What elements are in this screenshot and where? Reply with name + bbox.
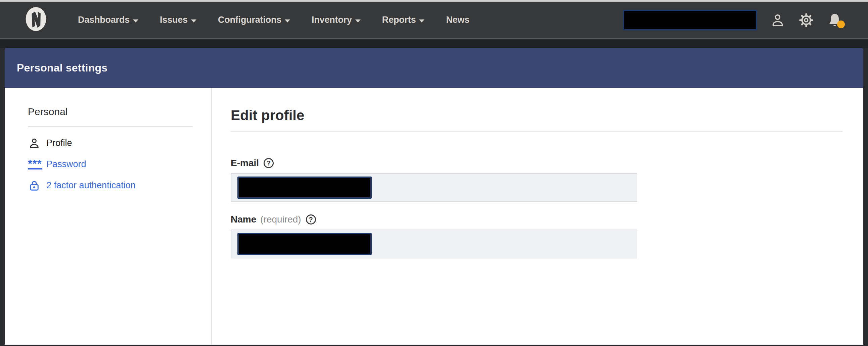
logo-n-icon: [25, 6, 47, 34]
email-label: E-mail: [231, 158, 259, 168]
sidebar-item-profile[interactable]: Profile: [28, 132, 211, 154]
caret-down-icon: [355, 20, 361, 23]
sidebar-divider: [28, 127, 193, 127]
sidebar-item-label: Password: [46, 159, 86, 169]
nav-search-redacted-field[interactable]: [623, 10, 757, 31]
main-menu: Dashboards Issues Configurations Invento…: [78, 15, 469, 25]
content-area: Personal Profile *** Password: [5, 88, 863, 345]
required-hint: (required): [260, 214, 301, 225]
content-title: Edit profile: [231, 107, 842, 124]
notifications-bell-icon[interactable]: [827, 12, 842, 28]
user-account-icon[interactable]: [770, 12, 785, 28]
page-title: Personal settings: [17, 62, 107, 74]
page-background-gap: [0, 40, 868, 48]
sidebar-item-label: 2 factor authentication: [46, 180, 136, 191]
edit-profile-panel: Edit profile E-mail ? Name (required) ?: [212, 88, 863, 345]
notification-badge-dot: [837, 21, 845, 28]
sidebar-item-label: Profile: [46, 138, 72, 148]
caret-down-icon: [133, 20, 138, 23]
nav-item-reports[interactable]: Reports: [382, 15, 425, 25]
caret-down-icon: [419, 20, 425, 23]
email-input[interactable]: [231, 173, 637, 202]
nav-item-configurations[interactable]: Configurations: [218, 15, 290, 25]
lock-icon: [28, 179, 44, 192]
sidebar-item-2fa[interactable]: 2 factor authentication: [28, 175, 211, 196]
user-icon: [28, 137, 44, 150]
redacted-email-value: [238, 177, 372, 199]
topbar-right-tools: [623, 10, 842, 31]
name-form-group: Name (required) ?: [231, 214, 842, 258]
sidebar-menu: Profile *** Password 2 factor authentica…: [28, 132, 211, 196]
top-navigation-bar: Dashboards Issues Configurations Invento…: [0, 2, 868, 39]
name-label: Name: [231, 214, 256, 225]
password-asterisks-icon: ***: [28, 159, 42, 169]
page-banner: Personal settings: [5, 48, 863, 88]
caret-down-icon: [191, 20, 196, 23]
nav-item-dashboards[interactable]: Dashboards: [78, 15, 138, 25]
help-icon[interactable]: ?: [306, 215, 316, 224]
email-form-group: E-mail ?: [231, 158, 842, 202]
sidebar-item-password[interactable]: *** Password: [28, 154, 211, 175]
redacted-name-value: [238, 233, 372, 255]
settings-gear-icon[interactable]: [798, 12, 814, 28]
help-icon[interactable]: ?: [264, 158, 274, 168]
sidebar-heading: Personal: [28, 106, 211, 118]
nav-item-inventory[interactable]: Inventory: [312, 15, 361, 25]
settings-sidebar: Personal Profile *** Password: [5, 88, 212, 345]
caret-down-icon: [285, 20, 290, 23]
app-logo[interactable]: [25, 6, 47, 34]
nav-item-news[interactable]: News: [446, 15, 469, 25]
name-input[interactable]: [231, 229, 637, 258]
content-divider: [231, 131, 842, 131]
nav-item-issues[interactable]: Issues: [160, 15, 196, 25]
